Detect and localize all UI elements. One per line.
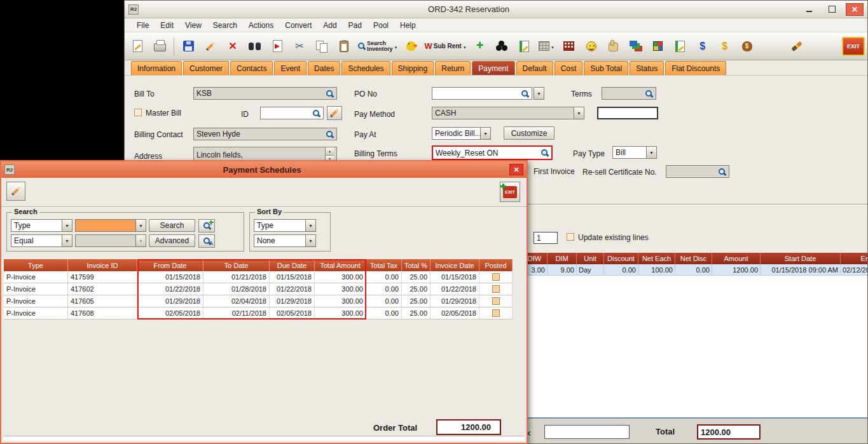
col-type[interactable]: Type <box>4 259 68 271</box>
update-existing-lines-checkbox[interactable] <box>567 233 574 241</box>
resell-certificate-field[interactable] <box>666 165 729 178</box>
lookup-magnifier-icon[interactable] <box>521 90 529 98</box>
master-bill-checkbox[interactable] <box>134 109 142 116</box>
close-button[interactable] <box>846 3 864 16</box>
lookup-magnifier-icon[interactable] <box>312 109 320 118</box>
print-button[interactable] <box>149 35 170 58</box>
col-dim[interactable]: DIM <box>548 253 577 264</box>
pay-at-combo[interactable]: Periodic Bill... <box>432 127 491 140</box>
posted-checkbox[interactable] <box>492 285 500 293</box>
billing-terms-field[interactable]: Weekly_Reset ON <box>432 145 553 160</box>
posted-checkbox[interactable] <box>492 273 500 281</box>
copy-button[interactable] <box>312 35 332 58</box>
lookup-magnifier-icon[interactable] <box>326 90 334 98</box>
tab-schedules[interactable]: Schedules <box>341 61 390 75</box>
new-document-button[interactable] <box>127 35 148 58</box>
dropdown-arrow-icon[interactable] <box>62 235 72 246</box>
tab-sub-total[interactable]: Sub Total <box>584 61 628 75</box>
building-button[interactable] <box>559 35 579 58</box>
chevron-down-icon[interactable] <box>394 42 398 51</box>
paste-button[interactable] <box>334 35 354 58</box>
col-net-each[interactable]: Net Each <box>638 253 675 264</box>
sort-secondary-combo[interactable]: None <box>254 234 316 247</box>
dropdown-arrow-icon[interactable] <box>305 220 315 231</box>
po-no-field[interactable] <box>432 87 532 100</box>
id-field[interactable] <box>260 107 324 119</box>
dropdown-arrow-icon[interactable] <box>135 220 146 231</box>
save-button[interactable] <box>178 35 198 58</box>
terms-field[interactable] <box>602 87 656 100</box>
pay-method-combo[interactable]: CASH <box>432 107 584 119</box>
col-invoice-id[interactable]: Invoice ID <box>68 259 137 271</box>
export-button[interactable] <box>267 35 287 58</box>
duck-button[interactable] <box>401 35 421 58</box>
search-field-combo[interactable]: Type <box>11 219 72 232</box>
dropdown-arrow-icon[interactable] <box>305 235 315 246</box>
tab-cost[interactable]: Cost <box>555 61 583 75</box>
find-button[interactable] <box>245 35 265 58</box>
edit-notes-button[interactable] <box>514 35 535 58</box>
minimize-button[interactable] <box>800 3 818 16</box>
delete-button[interactable] <box>223 35 243 58</box>
posted-checkbox[interactable] <box>492 309 500 317</box>
dollar-blue-button[interactable] <box>692 35 713 58</box>
chevron-down-icon[interactable] <box>551 42 555 51</box>
notepad-button[interactable] <box>670 35 691 58</box>
col-due-date[interactable]: Due Date <box>270 259 315 271</box>
lines-table-row[interactable]: 3.00 9.00 Day 0.00 100.00 0.00 1200.00 0… <box>522 264 868 276</box>
tab-event[interactable]: Event <box>274 61 307 75</box>
lookup-magnifier-icon[interactable] <box>718 168 726 176</box>
tab-information[interactable]: Information <box>131 61 182 75</box>
tab-contacts[interactable]: Contacts <box>230 61 273 75</box>
menu-help[interactable]: Help <box>394 19 422 32</box>
cube-button[interactable] <box>648 35 668 58</box>
tab-default[interactable]: Default <box>516 61 553 75</box>
lookup-magnifier-icon[interactable] <box>541 149 549 157</box>
col-total-tax[interactable]: Total Tax <box>366 259 402 271</box>
id-edit-button[interactable] <box>327 106 342 120</box>
tab-flat-discounts[interactable]: Flat Discounts <box>665 61 726 75</box>
dialog-edit-button[interactable] <box>6 182 25 201</box>
advanced-search-button[interactable] <box>198 234 215 248</box>
menu-edit[interactable]: Edit <box>155 19 179 32</box>
chevron-down-icon[interactable] <box>463 42 467 51</box>
edit-button[interactable] <box>200 35 221 58</box>
dropdown-arrow-icon[interactable] <box>574 107 584 119</box>
tab-dates[interactable]: Dates <box>308 61 340 75</box>
col-invoice-date[interactable]: Invoice Date <box>431 259 479 271</box>
billing-contact-field[interactable]: Steven Hyde <box>193 128 337 140</box>
bill-to-field[interactable]: KSB <box>193 87 337 100</box>
add-button[interactable] <box>470 35 490 58</box>
menu-view[interactable]: View <box>179 19 207 32</box>
tab-return[interactable]: Return <box>435 61 471 75</box>
lookup-magnifier-icon[interactable] <box>326 130 334 138</box>
menu-add[interactable]: Add <box>317 19 342 32</box>
pool-balls-button[interactable] <box>492 35 513 58</box>
dropdown-arrow-icon[interactable] <box>646 147 656 158</box>
schedule-row[interactable]: P-Invoice 417608 02/05/2018 02/11/2018 0… <box>4 307 513 320</box>
col-from-date[interactable]: From Date <box>137 259 203 271</box>
col-total-pct[interactable]: Total % <box>402 259 431 271</box>
menu-file[interactable]: File <box>131 19 155 32</box>
col-discount[interactable]: Discount <box>604 253 638 264</box>
menu-pool[interactable]: Pool <box>368 19 394 32</box>
dialog-close-button[interactable] <box>509 164 523 175</box>
col-posted[interactable]: Posted <box>479 259 513 271</box>
sort-primary-combo[interactable]: Type <box>254 219 316 232</box>
advanced-button[interactable]: Advanced <box>149 234 195 247</box>
qty-field[interactable]: 1 <box>534 232 558 244</box>
tab-status[interactable]: Status <box>630 61 664 75</box>
col-to-date[interactable]: To Date <box>203 259 270 271</box>
smiley-button[interactable] <box>581 35 602 58</box>
col-start-date[interactable]: Start Date <box>761 253 841 264</box>
pay-type-combo[interactable]: Bill <box>612 146 657 159</box>
schedule-row[interactable]: P-Invoice 417605 01/29/2018 02/04/2018 0… <box>4 295 513 307</box>
search-inventory-button[interactable]: Search Inventory <box>356 35 399 58</box>
schedule-row[interactable]: P-Invoice 417602 01/22/2018 01/28/2018 0… <box>4 283 513 295</box>
exit-button[interactable]: EXIT <box>842 37 865 56</box>
lookup-magnifier-icon[interactable] <box>645 90 653 98</box>
col-net-disc[interactable]: Net Disc <box>675 253 712 264</box>
customize-button[interactable]: Customize <box>504 126 555 140</box>
brush-button[interactable] <box>787 35 807 58</box>
spinner-up-icon[interactable] <box>326 147 334 156</box>
